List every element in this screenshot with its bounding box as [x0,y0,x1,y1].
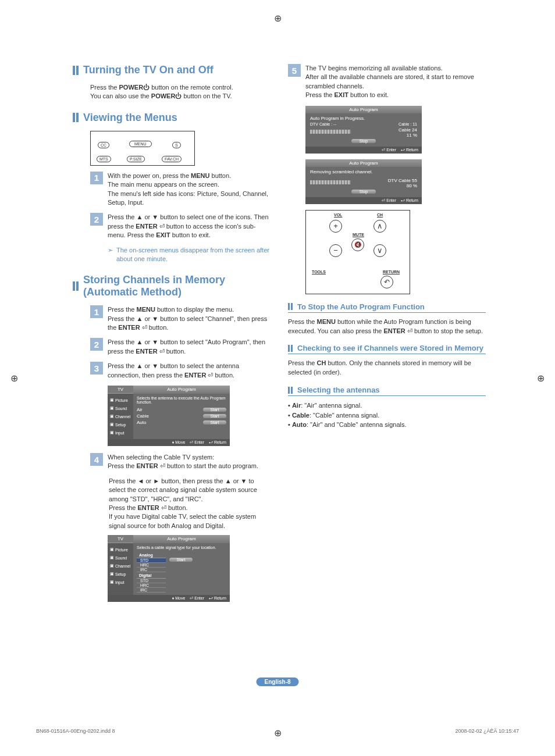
antenna-list: Air: "Air" antenna signal. Cable: "Cable… [288,401,486,430]
heading-viewing-menus: Viewing the Menus [73,112,271,124]
remote-diagram-vol-ch: VOL CH MUTE TOOLS RETURN + − ∧ ∨ 🔇 ↶ [305,210,410,294]
footer-left: BN68-01516A-00Eng-0202.indd 8 [36,728,115,734]
stop-text: Press the MENU button while the Auto Pro… [288,318,486,336]
subhead-selecting-antennas: Selecting the antennas [288,386,486,396]
vol-down-button: − [329,244,342,257]
vol-up-button: + [329,220,342,233]
heading-storing-channels: Storing Channels in Memory (Automatic Me… [73,274,271,298]
step-1-menu: 1 With the power on, press the MENU butt… [90,172,271,208]
subhead-check-channels: Checking to see if Channels were Stored … [288,344,486,354]
page-badge: English-8 [256,677,298,686]
osd-auto-program-cable-type: TV Auto Program Picture Sound Channel Se… [108,535,230,602]
step-4-store: 4 When selecting the Cable TV system: Pr… [90,453,271,471]
footer-right: 2008-02-02 ¿ÀÈÄ 10:15:47 [455,728,519,734]
step-2-store: 2 Press the ▲ or ▼ button to select "Aut… [90,338,271,356]
step-3-store: 3 Press the ▲ or ▼ button to select the … [90,362,271,380]
osd-auto-program-antenna: TV Auto Program Picture Sound Channel Se… [108,386,230,446]
note-menu-timeout: The on-screen menus disappear from the s… [116,246,271,264]
return-button: ↶ [380,276,393,288]
registration-mark: ⊕ [274,13,282,24]
ch-up-button: ∧ [373,220,386,233]
registration-mark: ⊕ [274,728,282,739]
mute-button: 🔇 [351,238,364,251]
ch-down-button: ∨ [373,244,386,257]
subhead-stop-auto-program: To Stop the Auto Program Function [288,302,486,313]
check-text: Press the CH button. Only the channels s… [288,359,486,377]
remote-diagram-menu: CC MENU S MTS P.SIZE FAV.CH [90,131,195,166]
osd-progress-1: Auto Program Auto Program in Progress. D… [305,106,422,154]
step-4-continued: Press the ◄ or ► button, then press the … [109,477,271,530]
step-2-menu: 2 Press the ▲ or ▼ button to select one … [90,213,271,240]
osd-progress-2: Auto Program Removing scrambled channel.… [305,159,422,204]
step-5-store: 5 The TV begins memorizing all available… [288,64,486,100]
registration-mark: ⊕ [10,373,18,384]
intro-power: Press the POWER⏻ button on the remote co… [90,83,271,101]
heading-turning-on-off: Turning the TV On and Off [73,64,271,76]
registration-mark: ⊕ [537,373,545,384]
step-1-store: 1 Press the MENU button to display the m… [90,305,271,332]
